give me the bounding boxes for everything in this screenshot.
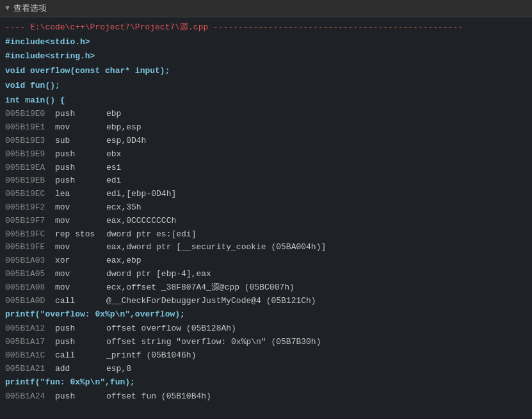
asm-addr: 005B1A21 <box>5 363 55 376</box>
code-line: 005B19E1 mov ebp,esp <box>0 121 532 135</box>
asm-mnemonic: push <box>55 108 106 121</box>
asm-operand: esp,8 <box>106 363 131 376</box>
asm-mnemonic: lea <box>55 188 106 201</box>
asm-mnemonic: push <box>55 322 106 336</box>
asm-mnemonic: push <box>55 161 106 175</box>
asm-addr: 005B1A17 <box>5 336 55 349</box>
asm-mnemonic: push <box>55 336 106 349</box>
asm-addr: 005B19E0 <box>5 108 55 121</box>
code-line: printf("fun: 0x%p\n",fun); <box>0 375 532 390</box>
asm-operand: esi <box>106 161 121 175</box>
code-line: printf("overflow: 0x%p\n",overflow); <box>0 308 532 322</box>
asm-operand: _printf (05B1046h) <box>106 349 196 363</box>
asm-addr: 005B19E9 <box>5 148 55 161</box>
asm-operand: ebp,esp <box>106 121 141 135</box>
asm-operand: offset overflow (05B128Ah) <box>106 322 236 336</box>
code-line: 005B1A21 add esp,8 <box>0 363 532 376</box>
asm-operand: eax,dword ptr [__security_cookie (05BA00… <box>106 241 326 254</box>
code-line: 005B1A24 push offset fun (05B10B4h) <box>0 390 532 404</box>
asm-addr: 005B19FE <box>5 241 55 254</box>
asm-mnemonic: mov <box>55 121 106 135</box>
asm-mnemonic: add <box>55 363 106 376</box>
code-line: 005B19E9 push ebx <box>0 148 532 161</box>
asm-operand: edi,[ebp-0D4h] <box>106 188 176 201</box>
code-line: 005B19FE mov eax,dword ptr [__security_c… <box>0 241 532 254</box>
code-line: 005B1A05 mov dword ptr [ebp-4],eax <box>0 268 532 281</box>
code-line: 005B19F7 mov eax,0CCCCCCCCh <box>0 215 532 228</box>
asm-operand: dword ptr [ebp-4],eax <box>106 268 211 281</box>
asm-operand: offset fun (05B10B4h) <box>106 390 211 404</box>
asm-addr: 005B19E3 <box>5 135 55 148</box>
asm-operand: ecx,35h <box>106 201 141 215</box>
asm-operand: dword ptr es:[edi] <box>106 228 196 242</box>
asm-addr: 005B19F7 <box>5 215 55 228</box>
collapse-arrow[interactable]: ▼ <box>5 4 10 13</box>
asm-mnemonic: mov <box>55 201 106 215</box>
asm-mnemonic: call <box>55 295 106 308</box>
asm-addr: 005B19EC <box>5 188 55 201</box>
asm-addr: 005B19EB <box>5 174 55 188</box>
code-line: #include<stdio.h> <box>0 35 532 50</box>
code-line: 005B19EC lea edi,[ebp-0D4h] <box>0 188 532 201</box>
file-header: ---- E:\code\c++\Project7\Project7\源.cpp… <box>0 20 532 35</box>
code-area: ---- E:\code\c++\Project7\Project7\源.cpp… <box>0 17 532 417</box>
code-line: #include<string.h> <box>0 49 532 64</box>
code-line: 005B1A12 push offset overflow (05B128Ah) <box>0 322 532 336</box>
code-line: 005B1A08 mov ecx,offset _38F807A4_源@cpp … <box>0 281 532 295</box>
asm-mnemonic: push <box>55 174 106 188</box>
title-label: 查看选项 <box>13 3 47 14</box>
asm-addr: 005B1A0D <box>5 295 55 308</box>
asm-addr: 005B1A12 <box>5 322 55 336</box>
asm-addr: 005B1A08 <box>5 281 55 295</box>
code-line: 005B19E3 sub esp,0D4h <box>0 135 532 148</box>
code-line: 005B19EA push esi <box>0 161 532 175</box>
asm-addr: 005B1A24 <box>5 390 55 404</box>
code-line: void overflow(const char* input); <box>0 64 532 79</box>
asm-operand: ecx,offset _38F807A4_源@cpp (05BC007h) <box>106 281 294 295</box>
asm-operand: esp,0D4h <box>106 135 146 148</box>
asm-operand: ebp <box>106 108 121 121</box>
title-bar: ▼ 查看选项 <box>0 0 532 17</box>
asm-mnemonic: xor <box>55 254 106 268</box>
asm-operand: ebx <box>106 148 121 161</box>
code-line: int main() { <box>0 94 532 108</box>
asm-mnemonic: mov <box>55 241 106 254</box>
asm-operand: edi <box>106 174 121 188</box>
code-line: 005B1A0D call @__CheckForDebuggerJustMyC… <box>0 295 532 308</box>
asm-addr: 005B19F2 <box>5 201 55 215</box>
asm-mnemonic: mov <box>55 281 106 295</box>
asm-operand: offset string "overflow: 0x%p\n" (05B7B3… <box>106 336 321 349</box>
asm-mnemonic: push <box>55 390 106 404</box>
asm-mnemonic: mov <box>55 215 106 228</box>
asm-addr: 005B19FC <box>5 228 55 242</box>
code-line: 005B1A03 xor eax,ebp <box>0 254 532 268</box>
code-line: 005B19EB push edi <box>0 174 532 188</box>
code-line: 005B1A17 push offset string "overflow: 0… <box>0 336 532 349</box>
asm-mnemonic: push <box>55 148 106 161</box>
code-line: 005B19FC rep stos dword ptr es:[edi] <box>0 228 532 242</box>
asm-addr: 005B19E1 <box>5 121 55 135</box>
asm-operand: eax,ebp <box>106 254 141 268</box>
asm-addr: 005B1A03 <box>5 254 55 268</box>
code-line: void fun(); <box>0 79 532 94</box>
asm-mnemonic: mov <box>55 268 106 281</box>
asm-operand: @__CheckForDebuggerJustMyCode@4 (05B121C… <box>106 295 316 308</box>
asm-operand: eax,0CCCCCCCCh <box>106 215 176 228</box>
asm-addr: 005B1A05 <box>5 268 55 281</box>
asm-mnemonic: call <box>55 349 106 363</box>
asm-addr: 005B19EA <box>5 161 55 175</box>
asm-addr: 005B1A1C <box>5 349 55 363</box>
code-line: 005B19F2 mov ecx,35h <box>0 201 532 215</box>
code-line: 005B19E0 push ebp <box>0 108 532 121</box>
asm-mnemonic: sub <box>55 135 106 148</box>
asm-mnemonic: rep stos <box>55 228 106 242</box>
code-line: 005B1A1C call _printf (05B1046h) <box>0 349 532 363</box>
